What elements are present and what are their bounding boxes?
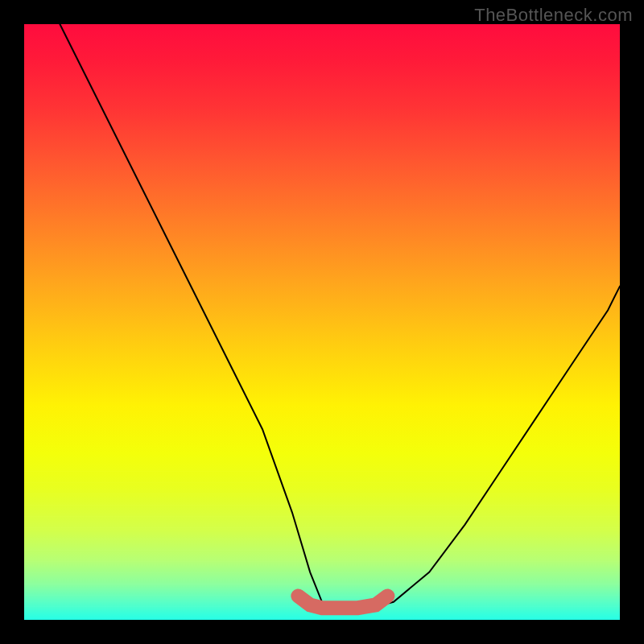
plot-area — [24, 24, 620, 620]
bottleneck-curve — [60, 24, 620, 608]
watermark-text: TheBottleneck.com — [474, 5, 633, 26]
chart-frame: TheBottleneck.com — [0, 0, 644, 644]
flat-bottom-highlight — [298, 596, 387, 608]
curve-layer — [24, 24, 620, 620]
